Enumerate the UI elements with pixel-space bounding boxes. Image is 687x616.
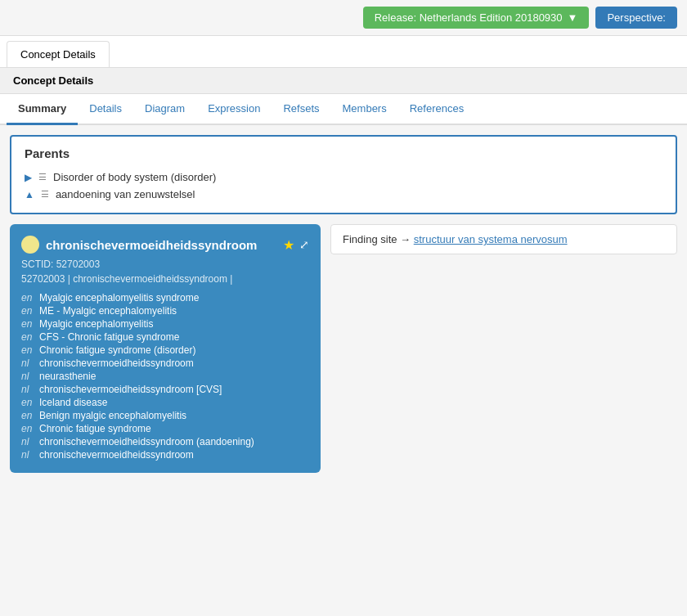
tab-diagram[interactable]: Diagram	[133, 94, 196, 125]
parent-item: ▲ ☰ aandoening van zenuwstelsel	[25, 186, 662, 203]
release-label: Release: Netherlands Edition 20180930	[375, 11, 563, 24]
expand-arrow-1[interactable]: ▶	[25, 172, 32, 183]
synonyms-list: en Myalgic encephalomyelitis syndrome en…	[21, 291, 309, 461]
synonym-item: en Benign myalgic encephalomyelitis	[21, 409, 309, 422]
synonym-item: nl chronischevermoeidheidssyndroom	[21, 357, 309, 370]
synonym-item: en Myalgic encephalomyelitis	[21, 317, 309, 330]
tab-summary[interactable]: Summary	[7, 94, 78, 125]
parent-label-1: Disorder of body system (disorder)	[53, 171, 216, 183]
top-bar: Release: Netherlands Edition 20180930 ▼ …	[0, 0, 687, 36]
concept-icons: ★ ⤢	[283, 237, 309, 253]
synonym-item: nl neurasthenie	[21, 370, 309, 383]
concept-card-header: chronischevermoeidheidssyndroom ★ ⤢	[21, 236, 309, 254]
synonym-item: nl chronischevermoeidheidssyndroom (aand…	[21, 435, 309, 448]
parent-item: ▶ ☰ Disorder of body system (disorder)	[25, 169, 662, 186]
section-title: Concept Details	[0, 68, 687, 94]
synonym-item: nl chronischevermoeidheidssyndroom	[21, 448, 309, 461]
concept-circle-icon	[21, 236, 39, 254]
synonym-item: en ME - Myalgic encephalomyelitis	[21, 304, 309, 317]
main-content: Parents ▶ ☰ Disorder of body system (dis…	[0, 125, 687, 534]
parents-title: Parents	[25, 146, 662, 160]
star-icon[interactable]: ★	[283, 237, 294, 253]
parent-label-2: aandoening van zenuwstelsel	[56, 188, 195, 200]
synonym-item: en Chronic fatigue syndrome	[21, 422, 309, 435]
finding-site-panel: Finding site → structuur van systema ner…	[330, 224, 677, 254]
synonym-item: en Chronic fatigue syndrome (disorder)	[21, 344, 309, 357]
tab-references[interactable]: References	[398, 94, 475, 125]
finding-site-link[interactable]: structuur van systema nervosum	[414, 233, 568, 245]
inner-tabs: Summary Details Diagram Expression Refse…	[0, 94, 687, 125]
finding-site-label: Finding site →	[343, 233, 411, 245]
outer-tabs: Concept Details	[0, 36, 687, 68]
release-button[interactable]: Release: Netherlands Edition 20180930 ▼	[363, 7, 590, 29]
release-dropdown-icon: ▼	[568, 11, 578, 24]
expand-icon[interactable]: ⤢	[299, 238, 309, 251]
parents-box: Parents ▶ ☰ Disorder of body system (dis…	[10, 135, 677, 214]
bottom-section: chronischevermoeidheidssyndroom ★ ⤢ SCTI…	[10, 224, 677, 473]
tab-details[interactable]: Details	[78, 94, 133, 125]
perspective-button[interactable]: Perspective:	[595, 7, 677, 29]
tab-refsets[interactable]: Refsets	[272, 94, 330, 125]
tab-members[interactable]: Members	[331, 94, 398, 125]
tab-concept-details[interactable]: Concept Details	[7, 41, 110, 67]
concept-card: chronischevermoeidheidssyndroom ★ ⤢ SCTI…	[10, 224, 321, 473]
concept-sctid: SCTID: 52702003	[21, 259, 309, 270]
synonym-item: en Myalgic encephalomyelitis syndrome	[21, 291, 309, 304]
synonym-item: en CFS - Chronic fatigue syndrome	[21, 330, 309, 344]
tab-expression[interactable]: Expression	[196, 94, 272, 125]
concept-title: chronischevermoeidheidssyndroom	[46, 238, 276, 252]
perspective-label: Perspective:	[607, 11, 666, 24]
list-icon-1: ☰	[38, 172, 47, 182]
expand-arrow-2[interactable]: ▲	[25, 189, 34, 200]
concept-pipe-line: 52702003 | chronischevermoeidheidssyndro…	[21, 273, 309, 285]
list-icon-2: ☰	[41, 189, 49, 200]
synonym-item: en Iceland disease	[21, 396, 309, 409]
synonym-item: nl chronischevermoeidheidssyndroom [CVS]	[21, 383, 309, 396]
